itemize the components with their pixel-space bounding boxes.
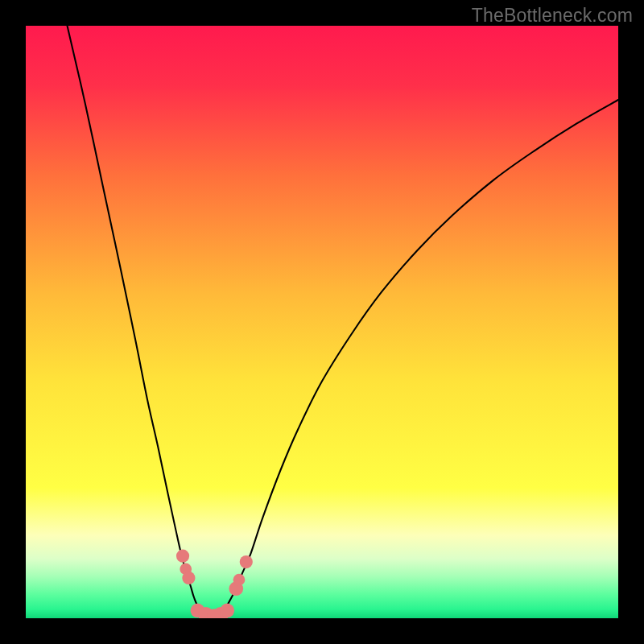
- curve-right-branch: [216, 100, 618, 618]
- plot-area: [26, 26, 618, 618]
- highlight-marker: [176, 550, 189, 563]
- highlight-markers: [176, 550, 253, 618]
- highlight-marker: [240, 555, 253, 568]
- highlight-marker: [182, 572, 195, 584]
- bottleneck-curve: [26, 26, 618, 618]
- highlight-marker: [220, 604, 234, 618]
- curve-left-branch: [68, 26, 216, 618]
- watermark-text: TheBottleneck.com: [472, 5, 633, 27]
- chart-stage: TheBottleneck.com: [0, 0, 644, 644]
- highlight-marker: [233, 574, 246, 586]
